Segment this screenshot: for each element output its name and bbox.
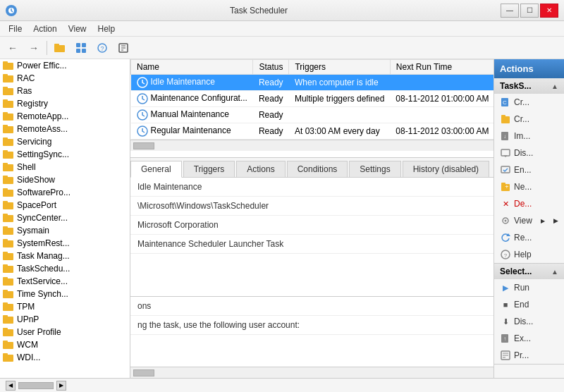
tab-triggers[interactable]: Triggers bbox=[183, 161, 235, 177]
svg-rect-59 bbox=[3, 355, 13, 362]
sidebar-item-powereffic[interactable]: Power Effic... bbox=[0, 59, 130, 72]
sidebar-item-textservice[interactable]: TextService... bbox=[0, 275, 130, 288]
action-view[interactable]: View ▶ bbox=[494, 212, 564, 229]
task-list-scrollbar[interactable] bbox=[130, 140, 494, 151]
svg-point-79 bbox=[505, 220, 507, 222]
maximize-button[interactable]: ☐ bbox=[520, 4, 539, 18]
actions-section-select-header[interactable]: Select... ▲ bbox=[494, 264, 564, 279]
svg-rect-21 bbox=[3, 114, 13, 121]
action-run[interactable]: ▶ Run bbox=[494, 279, 564, 296]
action-help[interactable]: ? Help bbox=[494, 246, 564, 263]
svg-rect-4 bbox=[82, 43, 86, 47]
details-pane: General Triggers Actions Conditions Sett… bbox=[130, 158, 494, 378]
menu-view[interactable]: View bbox=[63, 23, 92, 35]
svg-rect-71 bbox=[501, 149, 510, 156]
table-row[interactable]: Idle MaintenanceReadyWhen computer is id… bbox=[131, 75, 494, 91]
menu-help[interactable]: Help bbox=[92, 23, 121, 35]
tab-settings[interactable]: Settings bbox=[349, 161, 400, 177]
action-import[interactable]: ↓ Im... bbox=[494, 128, 564, 145]
sidebar-item-synccenter[interactable]: SyncCenter... bbox=[0, 212, 130, 224]
center-pane: Name Status Triggers Next Run Time Idle … bbox=[130, 59, 494, 378]
sidebar-item-timesynch[interactable]: Time Synch... bbox=[0, 288, 130, 300]
back-button[interactable]: ← bbox=[3, 39, 23, 56]
col-status[interactable]: Status bbox=[253, 60, 289, 75]
forward-button[interactable]: → bbox=[24, 39, 44, 56]
detail-path: \Microsoft\Windows\TaskScheduler bbox=[130, 197, 494, 216]
sidebar-item-taskscheduler[interactable]: TaskSchedu... bbox=[0, 262, 130, 275]
details-scrollbar-h[interactable] bbox=[130, 367, 494, 378]
sidebar-item-upnp[interactable]: UPnP bbox=[0, 313, 130, 326]
folder-button[interactable] bbox=[50, 39, 70, 56]
sidebar-item-shell[interactable]: Shell bbox=[0, 161, 130, 173]
sidebar-item-servicing[interactable]: Servicing bbox=[0, 135, 130, 148]
action-refresh[interactable]: Re... bbox=[494, 229, 564, 246]
properties-button[interactable] bbox=[114, 39, 133, 56]
tab-history[interactable]: History (disabled) bbox=[403, 161, 489, 177]
svg-text:+: + bbox=[505, 183, 508, 190]
sidebar-item-remoteapp[interactable]: RemoteApp... bbox=[0, 110, 130, 123]
svg-text:↓: ↓ bbox=[503, 133, 506, 140]
help-icon: ? bbox=[500, 249, 511, 260]
svg-rect-48 bbox=[3, 277, 8, 279]
minimize-button[interactable]: — bbox=[501, 4, 519, 18]
sidebar-item-systemrest[interactable]: SystemRest... bbox=[0, 237, 130, 250]
action-disable[interactable]: ⬇ Dis... bbox=[494, 313, 564, 330]
tab-general[interactable]: General bbox=[130, 161, 182, 178]
sidebar-item-registry[interactable]: Registry bbox=[0, 97, 130, 110]
menu-file[interactable]: File bbox=[3, 23, 27, 35]
svg-rect-24 bbox=[3, 125, 8, 127]
action-end[interactable]: ■ End bbox=[494, 296, 564, 313]
sidebar-item-sideshow[interactable]: SideShow bbox=[0, 173, 130, 186]
menu-bar: File Action View Help bbox=[0, 21, 564, 37]
scroll-left-btn[interactable]: ◀ bbox=[6, 381, 16, 391]
action-delete-folder[interactable]: ✕ De... bbox=[494, 195, 564, 212]
svg-rect-31 bbox=[3, 177, 13, 184]
svg-rect-68 bbox=[501, 115, 505, 117]
table-row[interactable]: Regular MaintenanceReadyAt 03:00 AM ever… bbox=[131, 123, 494, 140]
action-create-basic[interactable]: C Cr... bbox=[494, 94, 564, 111]
col-triggers[interactable]: Triggers bbox=[289, 60, 390, 75]
task-table: Name Status Triggers Next Run Time Idle … bbox=[130, 59, 494, 140]
action-new-folder[interactable]: + Ne... bbox=[494, 178, 564, 195]
action-enable-history[interactable]: En... bbox=[494, 161, 564, 178]
svg-rect-60 bbox=[3, 353, 8, 355]
tab-conditions[interactable]: Conditions bbox=[287, 161, 348, 177]
actions-section-tasks-header[interactable]: TaskS... ▲ bbox=[494, 78, 564, 94]
close-button[interactable]: ✕ bbox=[540, 4, 558, 18]
sidebar-item-remoteass[interactable]: RemoteAss... bbox=[0, 123, 130, 135]
svg-rect-2 bbox=[54, 44, 59, 46]
svg-rect-1 bbox=[54, 45, 65, 52]
app-icon bbox=[6, 5, 17, 16]
task-triggers: At 03:00 AM every day bbox=[289, 123, 390, 140]
view-icon bbox=[500, 215, 511, 226]
expand-icon: ▲ bbox=[551, 82, 558, 90]
col-nextrun[interactable]: Next Run Time bbox=[390, 60, 494, 75]
sidebar-item-wcm[interactable]: WCM bbox=[0, 338, 130, 351]
action-export[interactable]: ↑ Ex... bbox=[494, 330, 564, 347]
grid-button[interactable] bbox=[71, 39, 91, 56]
sidebar-item-softwarepro[interactable]: SoftwarePro... bbox=[0, 186, 130, 199]
tab-actions[interactable]: Actions bbox=[236, 161, 285, 177]
scroll-right-btn[interactable]: ▶ bbox=[56, 381, 66, 391]
sidebar-item-settingsync[interactable]: SettingSync... bbox=[0, 148, 130, 161]
table-row[interactable]: Manual MaintenanceReady bbox=[131, 107, 494, 123]
sidebar-item-rac[interactable]: RAC bbox=[0, 72, 130, 85]
sidebar-item-taskmgr[interactable]: Task Manag... bbox=[0, 250, 130, 262]
sidebar-item-sysmain[interactable]: Sysmain bbox=[0, 224, 130, 237]
scroll-thumb[interactable] bbox=[18, 382, 54, 389]
export-icon: ↑ bbox=[500, 333, 511, 344]
action-create-task[interactable]: Cr... bbox=[494, 111, 564, 128]
new-folder-icon: + bbox=[500, 181, 511, 192]
help-button[interactable]: ? bbox=[92, 39, 112, 56]
col-name[interactable]: Name bbox=[131, 60, 253, 75]
sidebar-item-wdi[interactable]: WDI... bbox=[0, 351, 130, 364]
sidebar-item-spaceport[interactable]: SpacePort bbox=[0, 199, 130, 212]
table-row[interactable]: Maintenance Configurat...ReadyMultiple t… bbox=[131, 91, 494, 107]
sidebar-item-ras[interactable]: Ras bbox=[0, 85, 130, 97]
sidebar-item-tpm[interactable]: TPM bbox=[0, 300, 130, 313]
action-display-all[interactable]: Dis... bbox=[494, 145, 564, 161]
sidebar-item-userprofile[interactable]: User Profile bbox=[0, 326, 130, 338]
create-task-icon bbox=[500, 114, 511, 125]
menu-action[interactable]: Action bbox=[27, 23, 62, 35]
action-properties[interactable]: Pr... bbox=[494, 347, 564, 364]
